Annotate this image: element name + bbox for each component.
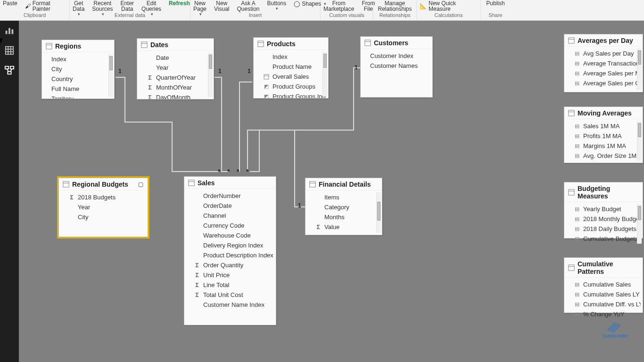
- field-row[interactable]: Average Sales per Cu: [570, 78, 641, 88]
- field-row[interactable]: Territory: [48, 94, 112, 99]
- field-row[interactable]: Category: [311, 202, 380, 212]
- field-row[interactable]: City: [65, 212, 146, 222]
- field-row[interactable]: Delivery Region Index: [190, 240, 274, 250]
- data-view-icon[interactable]: [4, 45, 15, 56]
- field-row[interactable]: Total Unit Cost: [190, 290, 274, 300]
- report-view-icon[interactable]: [4, 25, 15, 36]
- field-row[interactable]: Cumulative Sales LY: [570, 289, 641, 299]
- table-dates[interactable]: Dates Date Year QuarterOfYear MonthOfYea…: [137, 38, 214, 99]
- field-row[interactable]: Product Groups: [259, 82, 326, 91]
- blank-icon: [263, 54, 270, 60]
- enter-data-button[interactable]: EnterData: [117, 0, 137, 12]
- field-row[interactable]: Profits 1M MA: [570, 131, 641, 141]
- field-row[interactable]: Channel: [190, 211, 274, 221]
- scrollbar[interactable]: [376, 192, 381, 233]
- scrollbar[interactable]: [108, 54, 113, 97]
- cardinality-one: 1: [118, 68, 122, 74]
- field-row[interactable]: Currency Code: [190, 221, 274, 230]
- svg-rect-1: [8, 28, 10, 34]
- buttons-button[interactable]: Buttons: [264, 0, 289, 11]
- field-row[interactable]: Unit Price: [190, 270, 274, 280]
- field-row[interactable]: Overall Sales: [259, 72, 326, 82]
- field-row[interactable]: Order Quantity: [190, 260, 274, 270]
- field-row[interactable]: Margins 1M MA: [570, 141, 641, 151]
- field-row[interactable]: Sales 1M MA: [570, 121, 641, 131]
- field-row[interactable]: Months: [311, 212, 380, 222]
- svg-rect-27: [310, 181, 315, 187]
- field-row[interactable]: Avg. Order Size 1M M: [570, 151, 641, 161]
- table-moving-averages[interactable]: Moving Averages Sales 1M MA Profits 1M M…: [564, 107, 643, 163]
- scrollbar[interactable]: [322, 52, 327, 96]
- table-budgeting-measures[interactable]: Budgeting Measures Yearly Budget 2018 Mo…: [564, 182, 643, 239]
- field-row[interactable]: Average Sales per M: [570, 68, 641, 78]
- field-row[interactable]: Customer Name Index: [190, 300, 274, 310]
- field-row[interactable]: Product Groups Ind: [259, 91, 326, 98]
- table-financial-details[interactable]: Financial Details Items Category Months …: [305, 178, 382, 235]
- field-row[interactable]: Customer Names: [366, 61, 430, 71]
- field-row[interactable]: DayOfMonth: [143, 92, 212, 99]
- svg-rect-31: [569, 110, 574, 116]
- blank-icon: [315, 194, 322, 201]
- manage-relationships-button[interactable]: ManageRelationships: [375, 0, 414, 12]
- table-cumulative-patterns[interactable]: Cumulative Patterns Cumulative Sales Cum…: [564, 257, 643, 313]
- field-row[interactable]: Cumulative Budgets: [570, 234, 641, 244]
- table-sales[interactable]: Sales OrderNumber OrderDate Channel Curr…: [184, 176, 276, 325]
- field-row[interactable]: Customer Index: [366, 51, 430, 61]
- field-row[interactable]: Full Name: [48, 84, 112, 94]
- paste-button[interactable]: Paste: [0, 0, 20, 6]
- scrollbar[interactable]: [637, 49, 642, 90]
- field-row[interactable]: 2018 Monthly Budge: [570, 214, 641, 224]
- measure-icon: [574, 236, 580, 242]
- field-row[interactable]: Warehouse Code: [190, 230, 274, 240]
- new-quick-measure-button[interactable]: 📐 New Quick Measure: [417, 0, 480, 12]
- field-row[interactable]: Date: [143, 53, 212, 63]
- sigma-icon: [147, 84, 153, 91]
- ask-a-question-button[interactable]: Ask AQuestion: [234, 0, 263, 12]
- scrollbar[interactable]: [637, 204, 642, 244]
- field-row[interactable]: Average Transactions: [570, 58, 641, 68]
- field-row[interactable]: MonthOfYear: [143, 82, 212, 92]
- refresh-button[interactable]: Refresh: [166, 0, 193, 6]
- field-row[interactable]: OrderDate: [190, 201, 274, 211]
- table-regional-budgets[interactable]: Regional Budgets ▢ 2018 Budgets Year Cit…: [58, 178, 148, 237]
- svg-rect-21: [365, 40, 371, 46]
- field-row[interactable]: Line Total: [190, 280, 274, 290]
- field-row[interactable]: Year: [65, 202, 146, 212]
- blank-icon: [147, 65, 153, 71]
- table-regions[interactable]: Regions Index City Country Full Name Ter…: [41, 40, 115, 99]
- model-canvas[interactable]: 1 1 1 1 1 * * * * Regions Index City Cou…: [19, 21, 644, 362]
- field-row[interactable]: Product Name: [259, 62, 326, 72]
- format-painter-button[interactable]: 🖌 Format Painter: [22, 0, 69, 12]
- field-row[interactable]: Cumulative Sales: [570, 280, 641, 289]
- new-page-button[interactable]: NewPage: [190, 0, 209, 16]
- field-row[interactable]: Year: [143, 63, 212, 73]
- table-products[interactable]: Products Index Product Name Overall Sale…: [253, 37, 329, 99]
- scrollbar[interactable]: [208, 53, 213, 97]
- table-averages-per-day[interactable]: Averages per Day Avg Sales per Day Avera…: [564, 34, 643, 92]
- get-data-button[interactable]: GetData: [70, 0, 87, 16]
- field-row[interactable]: Country: [48, 74, 112, 84]
- field-row[interactable]: Value: [311, 222, 380, 232]
- field-row[interactable]: Yearly Budget: [570, 204, 641, 214]
- field-row[interactable]: 2018 Daily Budgets: [570, 224, 641, 234]
- publish-button[interactable]: Publish: [483, 0, 507, 6]
- maximize-icon[interactable]: ▢: [137, 181, 144, 188]
- field-row[interactable]: QuarterOfYear: [143, 73, 212, 82]
- from-marketplace-button[interactable]: FromMarketplace: [321, 0, 357, 12]
- model-view-icon[interactable]: [4, 65, 15, 75]
- scrollbar[interactable]: [637, 121, 642, 161]
- field-row[interactable]: City: [48, 64, 112, 74]
- field-row[interactable]: Index: [48, 54, 112, 64]
- field-row[interactable]: Cumulative Diff. vs LY: [570, 299, 641, 309]
- svg-rect-15: [141, 42, 147, 48]
- field-row[interactable]: Product Description Index: [190, 250, 274, 260]
- recent-sources-button[interactable]: RecentSources: [89, 0, 116, 16]
- svg-rect-2: [12, 29, 14, 34]
- field-row[interactable]: Avg Sales per Day: [570, 49, 641, 58]
- field-row[interactable]: Index: [259, 52, 326, 62]
- field-row[interactable]: OrderNumber: [190, 191, 274, 201]
- field-row[interactable]: 2018 Budgets: [65, 192, 146, 202]
- new-visual-button[interactable]: NewVisual: [211, 0, 232, 12]
- table-customers[interactable]: Customers Customer Index Customer Names: [360, 36, 433, 98]
- field-row[interactable]: Items: [311, 192, 380, 202]
